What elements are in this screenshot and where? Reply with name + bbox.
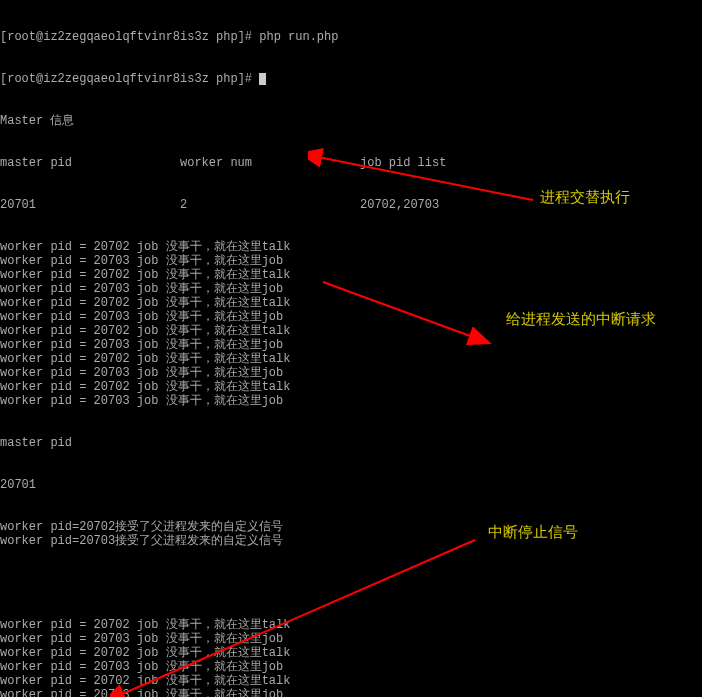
worker-line: worker pid = 20702 job 没事干，就在这里talk [0,268,702,282]
worker-line: worker pid=20702接受了父进程发来的自定义信号 [0,520,702,534]
blank-line [0,576,702,590]
shell-prompt-line[interactable]: [root@iz2zegqaeolqftvinr8is3z php]# [0,72,702,86]
signal-lines: worker pid=20702接受了父进程发来的自定义信号worker pid… [0,520,702,548]
header-row: master pid worker num job pid list [0,156,702,170]
worker-line: worker pid = 20703 job 没事干，就在这里job [0,366,702,380]
worker-line: worker pid = 20703 job 没事干，就在这里job [0,394,702,408]
worker-line: worker pid = 20702 job 没事干，就在这里talk [0,240,702,254]
worker-line: worker pid = 20702 job 没事干，就在这里talk [0,618,702,632]
master-pid-label: master pid [0,436,702,450]
col-master-pid: master pid [0,156,180,170]
col-worker-num: worker num [180,156,360,170]
terminal-output: [root@iz2zegqaeolqftvinr8is3z php]# php … [0,0,702,697]
worker-line: worker pid = 20702 job 没事干，就在这里talk [0,674,702,688]
cursor-icon [259,73,266,85]
shell-prompt-line: [root@iz2zegqaeolqftvinr8is3z php]# php … [0,30,702,44]
val-master-pid: 20701 [0,198,180,212]
master-pid-value: 20701 [0,478,702,492]
worker-line: worker pid = 20703 job 没事干，就在这里job [0,632,702,646]
worker-line: worker pid = 20703 job 没事干，就在这里job [0,660,702,674]
worker-line: worker pid = 20703 job 没事干，就在这里job [0,282,702,296]
worker-line: worker pid = 20703 job 没事干，就在这里job [0,254,702,268]
master-label: Master 信息 [0,114,702,128]
val-worker-num: 2 [180,198,360,212]
annotation-process-alternate: 进程交替执行 [540,190,630,204]
worker-line: worker pid = 20703 job 没事干，就在这里job [0,688,702,697]
worker-line: worker pid=20703接受了父进程发来的自定义信号 [0,534,702,548]
col-job-pid-list: job pid list [360,156,480,170]
worker-line: worker pid = 20702 job 没事干，就在这里talk [0,380,702,394]
val-job-pid-list: 20702,20703 [360,198,480,212]
worker-line: worker pid = 20703 job 没事干，就在这里job [0,338,702,352]
annotation-interrupt-request: 给进程发送的中断请求 [506,312,656,326]
worker-line: worker pid = 20702 job 没事干，就在这里talk [0,646,702,660]
worker-lines-block2: worker pid = 20702 job 没事干，就在这里talkworke… [0,618,702,697]
annotation-stop-signal: 中断停止信号 [488,525,578,539]
worker-line: worker pid = 20702 job 没事干，就在这里talk [0,296,702,310]
worker-line: worker pid = 20702 job 没事干，就在这里talk [0,352,702,366]
